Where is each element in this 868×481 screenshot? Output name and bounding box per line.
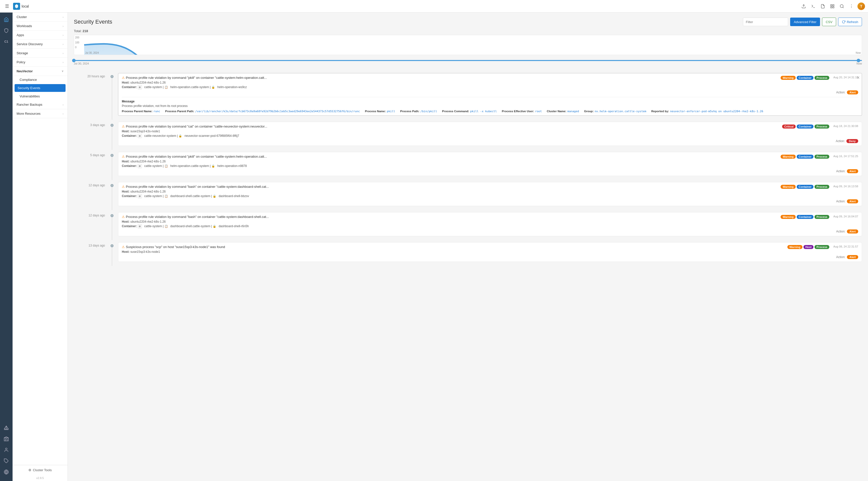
warning-icon: ⚠ [122, 125, 125, 128]
event-host: Host: ubuntu2204-rke2-k8s-1.26 [122, 190, 166, 193]
chevron-icon: › [63, 43, 64, 46]
event-meta: Host: ubuntu2204-rke2-k8s-1.26 [122, 81, 858, 84]
search-icon[interactable] [838, 3, 845, 10]
chart-x-labels: Jul 30, 2024 Now [84, 52, 862, 54]
event-card[interactable]: ⚠Process profile rule violation by comma… [118, 122, 862, 146]
event-title: ⚠Process profile rule violation by comma… [122, 125, 780, 128]
sidebar-item-service-discovery[interactable]: Service Discovery › [12, 40, 68, 49]
svg-rect-5 [831, 6, 832, 8]
timeline-entry: 3 days ago⚠Process profile rule violatio… [74, 120, 862, 150]
event-action-row: Action:Alert [122, 169, 858, 173]
refresh-button[interactable]: Refresh [838, 18, 862, 26]
sidebar-compliance[interactable]: Compliance [12, 76, 68, 84]
timeline-entry: 13 days ago⚠Suspicious process "scp" on … [74, 240, 862, 266]
timeline-dot [111, 124, 114, 127]
chevron-icon: › [63, 52, 64, 55]
timeline-entry: 20 hours ago⚠Process profile rule violat… [74, 71, 862, 120]
container-pod-icon: 🔒 [179, 134, 182, 137]
icon-bar-shield[interactable] [1, 26, 11, 36]
icon-bar-sailboat[interactable] [1, 423, 11, 433]
more-icon[interactable]: ⋮ [848, 3, 855, 10]
container-pod-icon: 🔒 [213, 195, 216, 198]
sidebar-security-events[interactable]: Security Events [14, 84, 66, 92]
event-card[interactable]: ⚠Process profile rule violation by comma… [118, 182, 862, 206]
sidebar-item-more-resources[interactable]: More Resources › [12, 109, 68, 118]
chevron-icon: › [63, 112, 64, 115]
file-icon[interactable] [819, 3, 826, 10]
event-host: Host: ubuntu2204-rke2-k8s-1.26 [122, 81, 166, 84]
chevron-icon: › [63, 103, 64, 106]
icon-bar-home[interactable] [1, 14, 11, 25]
icon-bar-c1[interactable]: C1 [1, 37, 11, 47]
cluster-tools-button[interactable]: ⚙ Cluster Tools [12, 465, 68, 475]
icon-bar-puzzle[interactable] [1, 456, 11, 466]
terminal-icon[interactable] [810, 3, 817, 10]
event-content: ⚠Process profile rule violation by comma… [115, 71, 862, 120]
timeline-entry: 5 days ago⚠Process profile rule violatio… [74, 150, 862, 180]
container-name-icon: 📋 [164, 195, 168, 198]
sidebar-item-workloads[interactable]: Workloads › [12, 22, 68, 31]
event-timestamp: Aug 20, 24 14:31:10 [833, 76, 858, 79]
event-card-header: ⚠Process profile rule violation by comma… [122, 215, 858, 219]
timeline-thumb-right[interactable] [857, 59, 860, 62]
event-content: ⚠Suspicious process "scp" on host "suse1… [115, 240, 862, 266]
csv-button[interactable]: CSV [822, 18, 836, 26]
topbar: ☰ local ⋮ T [0, 0, 868, 12]
event-card[interactable]: ⚠Suspicious process "scp" on host "suse1… [118, 242, 862, 262]
sidebar-vulnerabilities[interactable]: Vulnerabilities [12, 92, 68, 100]
event-tag-process: Process [814, 185, 829, 189]
upload-icon[interactable] [800, 3, 807, 10]
event-tags: WarningContainerProcess [781, 215, 829, 219]
filter-input[interactable] [743, 18, 788, 26]
event-action-row: Action:Alert [122, 90, 858, 94]
hamburger-button[interactable]: ☰ [3, 2, 11, 10]
event-host: Host: suse15sp3-k3s-node1 [122, 250, 160, 254]
timeline-thumb-left[interactable] [72, 59, 75, 62]
event-time-ago: 20 hours ago [74, 71, 109, 120]
event-title: ⚠Process profile rule violation by comma… [122, 215, 779, 219]
sidebar-neuvector-header[interactable]: NeuVector ∨ [12, 67, 68, 76]
container-label: Container: ⊞ cattle-system | 📋 helm-oper… [122, 164, 247, 168]
sidebar-item-cluster[interactable]: Cluster › [12, 12, 68, 22]
action-label: Action: [836, 200, 845, 203]
event-tag-host: Host [803, 245, 813, 249]
action-badge: Alert [847, 229, 858, 233]
event-host: Host: ubuntu2204-rke2-k8s-1.26 [122, 220, 166, 223]
sidebar-item-apps[interactable]: Apps › [12, 31, 68, 40]
sidebar-item-rancher-backups[interactable]: Rancher Backups › [12, 100, 68, 109]
event-card[interactable]: ⚠Process profile rule violation by comma… [118, 73, 862, 116]
advanced-filter-button[interactable]: Advanced Filter [790, 18, 820, 26]
container-pod-icon: 🔒 [212, 164, 215, 167]
user-avatar[interactable]: T [858, 2, 865, 10]
expanded-field: Process Name:pkill [365, 110, 395, 113]
event-card[interactable]: ⚠Process profile rule violation by comma… [118, 152, 862, 176]
warning-icon: ⚠ [122, 185, 125, 189]
svg-rect-9 [4, 438, 8, 441]
event-tag-process: Process [814, 155, 829, 159]
event-content: ⚠Process profile rule violation by comma… [115, 120, 862, 150]
container-ns-icon: ⊞ [137, 224, 142, 228]
event-content: ⚠Process profile rule violation by comma… [115, 150, 862, 180]
event-card[interactable]: ⚠Process profile rule violation by comma… [118, 212, 862, 236]
sidebar-version: v2.8.5 [12, 475, 68, 481]
message-title: Message [122, 100, 858, 103]
timeline-dot-col [109, 210, 115, 240]
icon-bar-user[interactable] [1, 445, 11, 455]
sidebar-item-storage[interactable]: Storage › [12, 49, 68, 58]
action-label: Action: [836, 169, 845, 173]
header-actions: Advanced Filter CSV Refresh [743, 18, 862, 26]
grid-icon[interactable] [829, 3, 836, 10]
icon-bar-building[interactable] [1, 434, 11, 444]
chevron-down-icon: ∨ [62, 69, 64, 73]
sidebar: Cluster › Workloads › Apps › Service Dis… [12, 12, 68, 481]
event-close-button[interactable]: ✕ [857, 75, 860, 80]
timeline-dot-col [109, 180, 115, 210]
event-title: ⚠Process profile rule violation by comma… [122, 185, 779, 189]
event-container-meta: Container: ⊞ cattle-neuvector-system | 🔒… [122, 134, 858, 137]
container-pod-icon: 🔒 [212, 86, 215, 89]
event-meta: Host: suse15sp3-k3s-node1 [122, 250, 858, 254]
sidebar-item-policy[interactable]: Policy › [12, 58, 68, 67]
event-title: ⚠Suspicious process "scp" on host "suse1… [122, 245, 785, 249]
icon-bar-globe[interactable] [1, 467, 11, 477]
timeline-track[interactable] [74, 60, 862, 61]
